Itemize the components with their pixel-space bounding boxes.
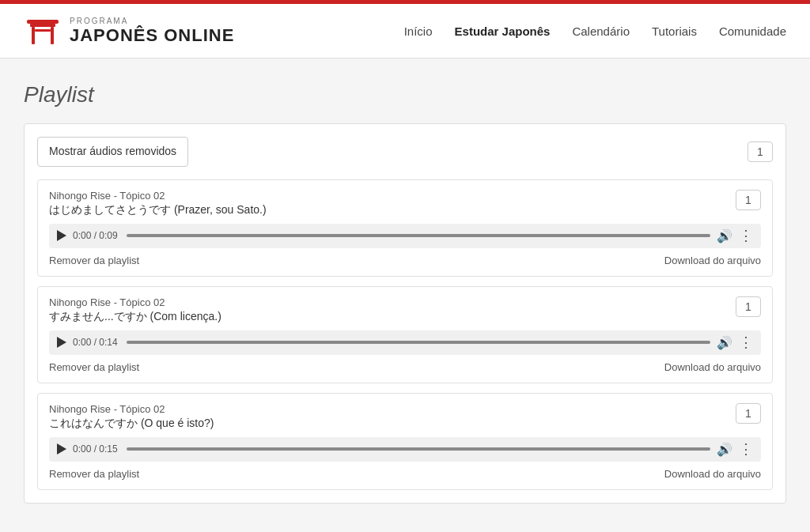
audio-topic: Nihongo Rise - Tópico 02 — [49, 403, 736, 415]
audio-header: Nihongo Rise - Tópico 02 すみません...ですか (Co… — [49, 296, 761, 324]
play-button[interactable] — [57, 230, 66, 241]
play-icon — [57, 230, 66, 241]
audio-item: Nihongo Rise - Tópico 02 これはなんですか (O que… — [37, 393, 773, 490]
audio-item: Nihongo Rise - Tópico 02 すみません...ですか (Co… — [37, 286, 773, 383]
play-icon — [57, 337, 66, 348]
more-options-icon[interactable]: ⋮ — [739, 228, 753, 243]
audio-title-area: Nihongo Rise - Tópico 02 はじめましてさとうです (Pr… — [49, 190, 736, 217]
svg-rect-3 — [51, 27, 54, 44]
audio-subtitle: これはなんですか (O que é isto?) — [49, 417, 736, 431]
audio-items-container: Nihongo Rise - Tópico 02 はじめましてさとうです (Pr… — [37, 179, 773, 490]
audio-topic: Nihongo Rise - Tópico 02 — [49, 296, 736, 308]
svg-rect-4 — [35, 29, 51, 32]
volume-icon[interactable]: 🔊 — [717, 335, 732, 350]
header: PROGRAMA JAPONÊS ONLINE Início Estudar J… — [0, 4, 810, 58]
remove-from-playlist-link[interactable]: Remover da playlist — [49, 255, 139, 266]
show-removed-button[interactable]: Mostrar áudios removidos — [37, 137, 188, 167]
nav-inicio[interactable]: Início — [404, 25, 433, 38]
audio-header: Nihongo Rise - Tópico 02 これはなんですか (O que… — [49, 403, 761, 431]
audio-title-area: Nihongo Rise - Tópico 02 すみません...ですか (Co… — [49, 296, 736, 324]
time-display: 0:00 / 0:14 — [73, 337, 120, 348]
main-nav: Início Estudar Japonês Calendário Tutori… — [404, 25, 786, 38]
audio-player: 0:00 / 0:14 🔊 ⋮ — [49, 330, 761, 355]
download-file-link[interactable]: Download do arquivo — [664, 361, 761, 373]
audio-title-area: Nihongo Rise - Tópico 02 これはなんですか (O que… — [49, 403, 736, 431]
more-options-icon[interactable]: ⋮ — [739, 442, 753, 456]
remove-from-playlist-link[interactable]: Remover da playlist — [49, 361, 139, 373]
item-count-badge: 1 — [736, 403, 761, 424]
remove-from-playlist-link[interactable]: Remover da playlist — [49, 468, 139, 480]
item-count-badge: 1 — [736, 190, 761, 210]
item-count-badge: 1 — [736, 296, 761, 317]
logo-text: PROGRAMA JAPONÊS ONLINE — [70, 17, 234, 46]
svg-rect-1 — [30, 24, 55, 27]
svg-rect-2 — [32, 27, 35, 44]
audio-footer: Remover da playlist Download do arquivo — [49, 361, 761, 373]
volume-icon[interactable]: 🔊 — [717, 228, 732, 243]
playlist-container: Mostrar áudios removidos 1 Nihongo Rise … — [24, 123, 786, 504]
audio-topic: Nihongo Rise - Tópico 02 — [49, 190, 736, 202]
total-count-badge: 1 — [748, 141, 773, 162]
audio-player: 0:00 / 0:09 🔊 ⋮ — [49, 224, 761, 248]
audio-footer: Remover da playlist Download do arquivo — [49, 255, 761, 266]
progress-bar[interactable] — [127, 234, 710, 237]
nav-comunidade[interactable]: Comunidade — [719, 25, 786, 38]
play-icon — [57, 443, 66, 455]
nav-tutoriais[interactable]: Tutoriais — [652, 25, 697, 38]
play-button[interactable] — [57, 443, 66, 455]
time-display: 0:00 / 0:15 — [73, 443, 120, 455]
main-content: Playlist Mostrar áudios removidos 1 Niho… — [0, 58, 810, 527]
audio-item: Nihongo Rise - Tópico 02 はじめましてさとうです (Pr… — [37, 179, 773, 277]
audio-player: 0:00 / 0:15 🔊 ⋮ — [49, 437, 761, 462]
logo-icon — [24, 12, 62, 50]
audio-header: Nihongo Rise - Tópico 02 はじめましてさとうです (Pr… — [49, 190, 761, 217]
logo-area: PROGRAMA JAPONÊS ONLINE — [24, 12, 234, 50]
audio-subtitle: はじめましてさとうです (Prazer, sou Sato.) — [49, 203, 736, 217]
time-display: 0:00 / 0:09 — [73, 230, 120, 241]
progress-bar[interactable] — [127, 447, 710, 451]
show-removed-row: Mostrar áudios removidos 1 — [37, 137, 773, 167]
download-file-link[interactable]: Download do arquivo — [664, 255, 761, 266]
play-button[interactable] — [57, 337, 66, 348]
volume-icon[interactable]: 🔊 — [717, 442, 732, 457]
more-options-icon[interactable]: ⋮ — [739, 335, 753, 349]
page-title: Playlist — [24, 82, 786, 108]
nav-estudar[interactable]: Estudar Japonês — [455, 25, 551, 38]
download-file-link[interactable]: Download do arquivo — [664, 468, 761, 480]
audio-footer: Remover da playlist Download do arquivo — [49, 468, 761, 480]
nav-calendario[interactable]: Calendário — [572, 25, 630, 38]
progress-bar[interactable] — [127, 341, 710, 344]
audio-subtitle: すみません...ですか (Com licença.) — [49, 310, 736, 324]
svg-rect-0 — [27, 20, 59, 24]
